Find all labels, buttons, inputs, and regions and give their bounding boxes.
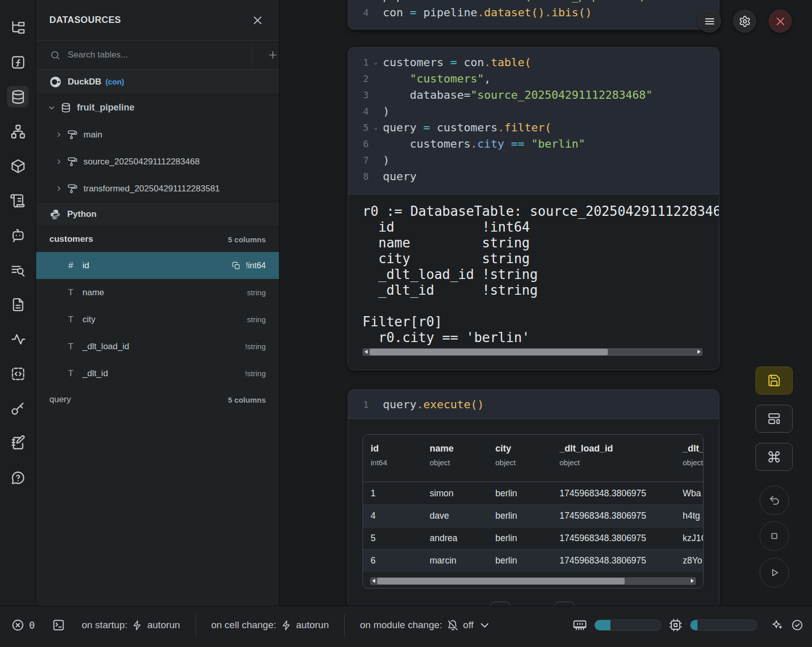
tree-item-transformed_202504291112283581[interactable]: transformed_202504291112283581 (36, 175, 279, 202)
code-line[interactable]: 6 customers.city == "berlin" (348, 135, 719, 152)
table-columns-count: 5 columns (228, 235, 266, 244)
chevron-down-icon (47, 103, 56, 112)
rail-item-secrets[interactable] (7, 398, 29, 419)
horizontal-scrollbar[interactable] (370, 577, 696, 585)
close-icon[interactable] (251, 14, 264, 26)
rail-item-packages[interactable] (7, 155, 29, 177)
code-line[interactable]: 2 "customers", (348, 70, 719, 87)
layout-toggle-button[interactable] (755, 405, 793, 433)
code-line[interactable]: 4con = pipeline.dataset().ibis() (348, 4, 719, 20)
on-module-change-toggle[interactable]: on module change: off (360, 618, 491, 632)
zap-icon (281, 620, 292, 631)
table-name: query (49, 395, 71, 405)
table-header-id[interactable]: idint64 (371, 443, 430, 482)
rail-item-dependencies[interactable] (7, 121, 29, 142)
command-palette-button[interactable] (755, 443, 793, 471)
function-square-icon (10, 54, 26, 70)
tree-item-source_202504291112283468[interactable]: source_202504291112283468 (36, 148, 279, 175)
table-row[interactable]: 6marcinberlin1745968348.3806975z8Yo (363, 549, 703, 572)
copy-icon[interactable] (232, 261, 241, 270)
table-row-customers[interactable]: customers 5 columns (36, 227, 279, 252)
box-icon (10, 158, 26, 174)
column-row-city[interactable]: Tcitystring (36, 306, 279, 333)
table-row[interactable]: 5andreaberlin1745968348.3806975kzJ1C (363, 527, 703, 549)
fold-chevron-icon[interactable]: ⌄ (369, 124, 383, 131)
undo-button[interactable] (760, 486, 789, 515)
engine-row-duckdb[interactable]: DuckDB (con) (36, 70, 279, 94)
text-type-icon: T (66, 342, 76, 352)
tree-item-fruit_pipeline[interactable]: fruit_pipeline (36, 94, 279, 121)
rail-item-file-tree[interactable] (7, 17, 29, 38)
rail-item-tracing[interactable] (7, 328, 29, 350)
rail-item-logs[interactable] (7, 190, 29, 211)
table-header-_dlt_load_id[interactable]: _dlt_load_idobject (559, 443, 683, 482)
interrupt-button[interactable] (769, 10, 792, 33)
column-row-_dlt_load_id[interactable]: T_dlt_load_id!string (36, 333, 279, 360)
run-button[interactable] (760, 558, 789, 587)
rail-item-chat[interactable] (7, 224, 29, 246)
menu-button[interactable] (698, 10, 721, 33)
table-header-_dlt_id[interactable]: _dlt_idobject (683, 443, 704, 482)
tree-item-main[interactable]: main (36, 121, 279, 148)
help-circle-icon (10, 470, 26, 486)
column-type: string (247, 315, 266, 324)
terminal-button[interactable] (52, 618, 65, 632)
code-cell-setup[interactable]: 3pipeline = dlt.attach("fruit_pipeline")… (348, 0, 719, 30)
code-line[interactable]: 3pipeline = dlt.attach("fruit_pipeline") (348, 0, 719, 4)
ibis-expression-output: r0 := DatabaseTable: source_202504291112… (362, 204, 719, 346)
horizontal-scrollbar[interactable] (362, 348, 703, 356)
search-input[interactable] (68, 41, 252, 69)
scrollbar-thumb[interactable] (377, 578, 625, 584)
code-cell-execute[interactable]: 1query.execute() idint64nameobjectcityob… (348, 389, 719, 608)
scroll-left-arrow[interactable] (365, 350, 368, 354)
code-line[interactable]: 3 database="source_202504291112283468" (348, 87, 719, 103)
add-datasource-button[interactable] (252, 41, 279, 69)
scroll-right-arrow[interactable] (697, 350, 701, 354)
code-line[interactable]: 8query (348, 168, 719, 184)
code-line[interactable]: 7) (348, 152, 719, 168)
code-cell-query[interactable]: 1⌄customers = con.table(2 "customers",3 … (348, 47, 719, 370)
column-row-_dlt_id[interactable]: T_dlt_id!string (36, 360, 279, 387)
rail-item-snippets[interactable] (7, 294, 29, 315)
setting-label: on module change: (360, 620, 442, 631)
column-row-name[interactable]: Tnamestring (36, 279, 279, 306)
code-line[interactable]: 1query.execute() (348, 396, 719, 412)
code-line[interactable]: 5⌄query = customers.filter( (348, 119, 719, 135)
circle-check-icon[interactable] (791, 618, 804, 632)
table-cell: berlin (495, 511, 559, 521)
table-row[interactable]: 4daveberlin1745968348.3806975h4tg (363, 504, 703, 527)
rail-item-datasources[interactable] (7, 86, 29, 107)
engine-name: DuckDB (68, 77, 101, 87)
save-button[interactable] (755, 367, 793, 395)
column-type: !string (245, 369, 266, 378)
on-startup-toggle[interactable]: on startup: autorun (81, 620, 180, 631)
settings-button[interactable] (733, 10, 756, 33)
rail-item-search[interactable] (7, 259, 29, 280)
table-header-city[interactable]: cityobject (495, 443, 559, 482)
column-type: !string (245, 342, 266, 351)
fold-chevron-icon[interactable]: ⌄ (369, 59, 383, 66)
stop-button[interactable] (760, 521, 789, 551)
column-row-id[interactable]: #id!int64 (36, 252, 279, 279)
code-line[interactable]: 1⌄customers = con.table( (348, 54, 719, 70)
sparkles-icon[interactable] (770, 618, 783, 632)
scrollbar-thumb[interactable] (370, 349, 608, 355)
code-line[interactable]: 4) (348, 103, 719, 119)
section-row-python[interactable]: Python (36, 202, 279, 227)
table-cell: 6 (371, 555, 430, 566)
rail-item-help[interactable] (7, 467, 29, 488)
table-cell: simon (430, 488, 495, 499)
rail-item-functions[interactable] (7, 51, 29, 73)
rail-item-scratchpad-code[interactable] (7, 363, 29, 384)
setting-label: on cell change: (211, 620, 276, 631)
scroll-right-arrow[interactable] (691, 579, 694, 583)
scroll-left-arrow[interactable] (372, 579, 375, 583)
column-name: id (82, 261, 89, 271)
table-header-name[interactable]: nameobject (430, 443, 495, 482)
table-row-query[interactable]: query 5 columns (36, 387, 279, 412)
rail-item-notebook[interactable] (7, 432, 29, 454)
error-counter[interactable]: 0 (11, 618, 35, 632)
on-cell-change-toggle[interactable]: on cell change: autorun (211, 620, 329, 631)
table-row[interactable]: 1simonberlin1745968348.3806975Wba (363, 482, 703, 504)
table-cell: 4 (371, 511, 430, 521)
